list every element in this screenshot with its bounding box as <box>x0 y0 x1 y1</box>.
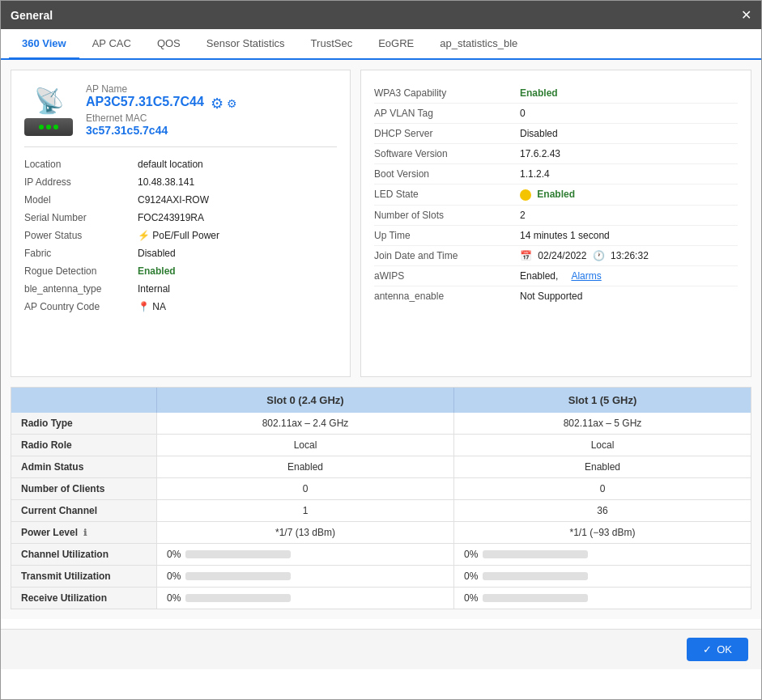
vlan-label: AP VLAN Tag <box>374 108 520 119</box>
boot-ver-row: Boot Version 1.1.2.4 <box>374 164 738 185</box>
tab-ap-statistics-ble[interactable]: ap_statistics_ble <box>427 29 530 60</box>
slot1-channel-util-bg <box>483 550 588 558</box>
slot1-header: Slot 1 (5 GHz) <box>454 388 751 413</box>
slots-section: Slot 0 (2.4 GHz) Slot 1 (5 GHz) Radio Ty… <box>11 387 751 609</box>
power-level-label: Power Level ℹ <box>11 522 157 543</box>
slot1-transmit-util-bg <box>483 572 588 580</box>
country-label: AP Country Code <box>24 301 138 312</box>
slot1-receive-util-bg <box>483 594 588 602</box>
fabric-label: Fabric <box>24 248 138 259</box>
rogue-label: Rogue Detection <box>24 265 138 277</box>
slot0-radio-role: Local <box>157 435 454 456</box>
slot0-header: Slot 0 (2.4 GHz) <box>157 388 454 413</box>
ok-button[interactable]: ✓ OK <box>687 638 748 661</box>
tab-qos[interactable]: QOS <box>144 29 194 60</box>
power-level-info-icon[interactable]: ℹ <box>83 528 87 537</box>
country-row: AP Country Code 📍 NA <box>24 298 337 316</box>
boot-ver-label: Boot Version <box>374 168 520 180</box>
slot0-receive-util-pct: 0% <box>167 592 181 604</box>
power-row: Power Status ⚡ PoE/Full Power <box>24 227 337 244</box>
country-value: 📍 NA <box>138 301 166 312</box>
slot0-transmit-util: 0% <box>157 566 454 587</box>
close-button[interactable]: ✕ <box>741 7 751 23</box>
ap-name-section: AP Name AP3C57.31C5.7C44 ⚙ ⚙ Ethernet MA… <box>86 83 337 137</box>
info-table: Location default location IP Address 10.… <box>24 155 337 316</box>
title-bar: General ✕ <box>1 1 761 29</box>
antenna-row: antenna_enable Not Supported <box>374 286 738 306</box>
left-panel: 📡 AP Name AP3C57.31 <box>11 70 351 377</box>
tab-360view[interactable]: 360 View <box>9 29 79 60</box>
led-label: LED State <box>374 189 520 200</box>
eth-mac-label: Ethernet MAC <box>86 112 337 124</box>
power-level-row: Power Level ℹ *1/7 (13 dBm) *1/1 (−93 dB… <box>11 522 751 544</box>
channel-util-label: Channel Utilization <box>11 544 157 565</box>
location-pin-icon: 📍 <box>138 301 152 312</box>
awips-alarms-link[interactable]: Alarms <box>571 270 601 282</box>
transmit-util-label: Transmit Utilization <box>11 566 157 587</box>
uptime-row: Up Time 14 minutes 1 second <box>374 226 738 246</box>
slot0-receive-util: 0% <box>157 588 454 609</box>
slot1-power-level: *1/1 (−93 dBm) <box>454 522 751 543</box>
radio-type-label: Radio Type <box>11 413 157 434</box>
model-value: C9124AXI-ROW <box>138 194 209 206</box>
eth-mac-value: 3c57.31c5.7c44 <box>86 124 337 137</box>
ip-label: IP Address <box>24 176 138 188</box>
slot1-current-channel: 36 <box>454 500 751 521</box>
ip-row: IP Address 10.48.38.141 <box>24 173 337 191</box>
slot1-receive-util: 0% <box>454 588 751 609</box>
ble-antenna-row: ble_antenna_type Internal <box>24 280 337 298</box>
slot1-transmit-util-pct: 0% <box>464 571 478 582</box>
power-text: PoE/Full Power <box>152 230 219 241</box>
power-icon: ⚡ <box>138 230 152 241</box>
slots-header-empty <box>11 388 157 413</box>
calendar-icon: 📅 <box>520 250 532 261</box>
join-date: 02/24/2022 <box>538 250 586 261</box>
wpa3-label: WPA3 Capability <box>374 87 520 99</box>
join-time: 13:26:32 <box>611 250 649 261</box>
current-channel-label: Current Channel <box>11 500 157 521</box>
led-yellow-dot <box>520 189 531 201</box>
slot1-receive-util-bar-wrap: 0% <box>464 592 741 604</box>
country-text: NA <box>152 301 166 312</box>
uptime-label: Up Time <box>374 230 520 241</box>
slot0-transmit-util-pct: 0% <box>167 571 181 582</box>
ble-antenna-value: Internal <box>138 283 170 295</box>
slot1-transmit-util-bar-wrap: 0% <box>464 571 741 582</box>
channel-util-row: Channel Utilization 0% 0% <box>11 544 751 566</box>
power-label: Power Status <box>24 230 138 241</box>
tab-eogre[interactable]: EoGRE <box>365 29 427 60</box>
power-level-text: Power Level <box>21 527 78 538</box>
awips-row: aWIPS Enabled, Alarms <box>374 266 738 286</box>
led-value: Enabled <box>520 189 575 201</box>
right-panel: WPA3 Capability Enabled AP VLAN Tag 0 DH… <box>360 70 751 377</box>
tab-bar: 360 View AP CAC QOS Sensor Statistics Tr… <box>1 29 761 60</box>
tab-sensor-statistics[interactable]: Sensor Statistics <box>194 29 298 60</box>
tab-apcac[interactable]: AP CAC <box>79 29 144 60</box>
slot1-radio-type: 802.11ax – 5 GHz <box>454 413 751 434</box>
slot1-channel-util-bar-wrap: 0% <box>464 549 741 560</box>
ap-name-row: AP3C57.31C5.7C44 ⚙ ⚙ <box>86 95 337 112</box>
receive-util-label: Receive Utilization <box>11 588 157 609</box>
slots-row: Number of Slots 2 <box>374 206 738 226</box>
slot1-receive-util-pct: 0% <box>464 592 478 604</box>
led-dot-2 <box>46 125 51 129</box>
radio-role-row: Radio Role Local Local <box>11 435 751 456</box>
rogue-row: Rogue Detection Enabled <box>24 262 337 280</box>
slot0-channel-util: 0% <box>157 544 454 565</box>
serial-value: FOC243919RA <box>138 212 204 223</box>
gear-icon-2[interactable]: ⚙ <box>227 97 237 110</box>
ble-antenna-label: ble_antenna_type <box>24 283 138 295</box>
window-title: General <box>11 9 53 22</box>
model-row: Model C9124AXI-ROW <box>24 191 337 209</box>
join-value: 📅 02/24/2022 🕐 13:26:32 <box>520 250 649 261</box>
awips-label: aWIPS <box>374 270 520 282</box>
slots-value: 2 <box>520 210 526 221</box>
slot0-receive-util-bar-wrap: 0% <box>167 592 444 604</box>
admin-status-label: Admin Status <box>11 456 157 477</box>
rogue-value: Enabled <box>138 265 176 277</box>
radio-type-row: Radio Type 802.11ax – 2.4 GHz 802.11ax –… <box>11 413 751 435</box>
content-area: 📡 AP Name AP3C57.31 <box>1 60 761 619</box>
gear-icon[interactable]: ⚙ <box>211 95 223 112</box>
tab-trustsec[interactable]: TrustSec <box>298 29 366 60</box>
slot0-power-level: *1/7 (13 dBm) <box>157 522 454 543</box>
